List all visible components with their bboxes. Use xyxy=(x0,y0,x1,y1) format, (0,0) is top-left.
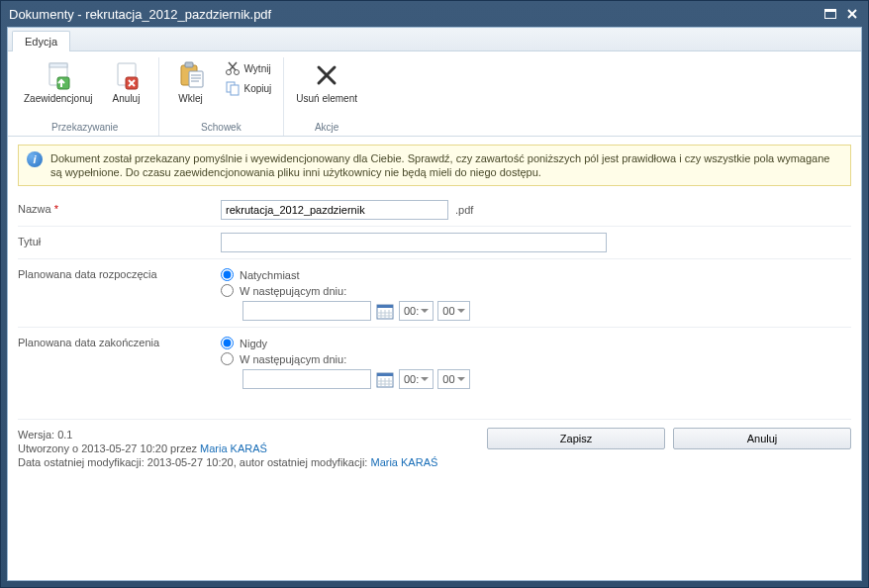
row-end: Planowana data zakończenia Nigdy W nastę… xyxy=(18,328,851,395)
info-banner: i Dokument został przekazany pomyślnie i… xyxy=(18,145,851,186)
start-min-select[interactable]: 00 xyxy=(437,301,469,321)
modified-by-link[interactable]: Maria KARAŚ xyxy=(370,456,437,468)
info-text: Dokument został przekazany pomyślnie i w… xyxy=(50,151,842,179)
ribbon-group-przekazywanie: Zaewidencjonuj Anuluj Przekazywanie xyxy=(12,57,159,136)
content-panel: Edycja Zaewidencjonuj Anulu xyxy=(7,27,862,581)
start-opt-now[interactable]: Natychmiast xyxy=(221,268,851,281)
svg-rect-33 xyxy=(377,373,393,376)
paste-button[interactable]: Wklej xyxy=(167,57,215,106)
required-marker: * xyxy=(54,203,58,215)
titlebar: Dokumenty - rekrutacja_2012_pazdziernik.… xyxy=(1,1,868,27)
end-date-input[interactable] xyxy=(242,369,371,389)
end-radio-never[interactable] xyxy=(221,337,234,349)
svg-rect-5 xyxy=(49,63,67,67)
cancel-button[interactable]: Anuluj xyxy=(673,428,851,449)
title-input[interactable] xyxy=(221,233,607,252)
delete-icon xyxy=(311,59,342,91)
file-extension: .pdf xyxy=(455,204,473,216)
ribbon-group-akcje: Usuń element Akcje xyxy=(284,57,369,136)
dialog-window: Dokumenty - rekrutacja_2012_pazdziernik.… xyxy=(0,0,869,588)
cut-button[interactable]: Wytnij xyxy=(221,59,276,77)
metadata: Wersja: 0.1 Utworzony o 2013-05-27 10:20… xyxy=(18,428,467,469)
start-radio-now[interactable] xyxy=(221,268,234,281)
start-date-input[interactable] xyxy=(242,301,371,321)
scissors-icon xyxy=(225,60,241,76)
ribbon-group-schowek: Wklej Wytnij Kopi xyxy=(159,57,285,136)
svg-rect-26 xyxy=(377,305,393,308)
footer: Wersja: 0.1 Utworzony o 2013-05-27 10:20… xyxy=(18,419,851,469)
save-button[interactable]: Zapisz xyxy=(487,428,665,449)
end-hour-select[interactable]: 00: xyxy=(399,369,434,389)
ribbon: Zaewidencjonuj Anuluj Przekazywanie xyxy=(8,51,861,137)
end-min-select[interactable]: 00 xyxy=(437,369,469,389)
svg-line-19 xyxy=(230,62,237,70)
delete-button[interactable]: Usuń element xyxy=(292,57,361,106)
cancel-icon xyxy=(111,59,143,91)
svg-rect-13 xyxy=(189,71,203,87)
form-body: i Dokument został przekazany pomyślnie i… xyxy=(8,137,861,580)
created-by-link[interactable]: Maria KARAŚ xyxy=(200,442,267,454)
window-title: Dokumenty - rekrutacja_2012_pazdziernik.… xyxy=(9,7,817,22)
calendar-icon[interactable] xyxy=(375,301,395,321)
paste-icon xyxy=(175,59,207,91)
maximize-icon[interactable] xyxy=(822,7,838,21)
checkin-icon xyxy=(43,59,74,91)
info-icon: i xyxy=(27,151,43,167)
svg-rect-12 xyxy=(185,62,193,67)
end-opt-date[interactable]: W następującym dniu: xyxy=(221,352,851,365)
start-radio-date[interactable] xyxy=(221,284,234,297)
close-icon[interactable] xyxy=(844,7,860,21)
name-input[interactable] xyxy=(221,200,448,220)
row-start: Planowana data rozpoczęcia Natychmiast W… xyxy=(18,259,851,328)
row-name: Nazwa * .pdf xyxy=(18,194,851,227)
tab-edit[interactable]: Edycja xyxy=(12,31,70,51)
cancel-checkout-button[interactable]: Anuluj xyxy=(103,57,150,106)
svg-line-20 xyxy=(229,62,236,70)
copy-icon xyxy=(225,80,241,96)
tabstrip: Edycja xyxy=(8,28,861,51)
svg-rect-22 xyxy=(231,85,239,95)
start-opt-date[interactable]: W następującym dniu: xyxy=(221,284,851,297)
calendar-icon[interactable] xyxy=(375,369,395,389)
start-hour-select[interactable]: 00: xyxy=(399,301,434,321)
copy-button[interactable]: Kopiuj xyxy=(221,79,276,97)
row-title: Tytuł xyxy=(18,227,851,259)
checkin-button[interactable]: Zaewidencjonuj xyxy=(20,57,97,106)
end-radio-date[interactable] xyxy=(221,352,234,365)
end-opt-never[interactable]: Nigdy xyxy=(221,337,851,349)
